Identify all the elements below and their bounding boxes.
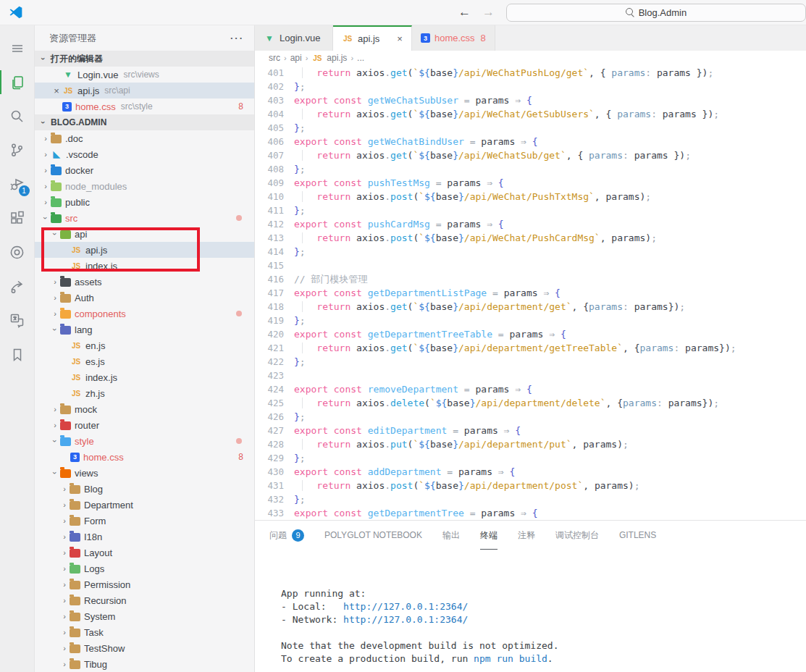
tree-item-zh-js[interactable]: JSzh.js [35,385,254,401]
menu-icon[interactable] [0,31,35,65]
tree-item-es-js[interactable]: JSes.js [35,353,254,369]
tree-item-public[interactable]: ›public [35,194,254,210]
chevron-right-icon: › [41,134,51,143]
nav-forward-button[interactable]: → [482,5,495,20]
tree-item-task[interactable]: ›Task [35,624,254,640]
breadcrumb-item[interactable]: ... [357,53,364,63]
close-icon[interactable]: × [51,85,62,96]
line-content: export const removeDepartment = params ⇒… [284,382,532,396]
panel-tab-label: 问题 [269,529,287,542]
panel-tab--[interactable]: 调试控制台 [555,521,599,550]
line-content: }; [284,314,306,327]
code-line: 432}; [255,492,806,506]
tree-item-auth[interactable]: ›Auth [35,290,254,306]
command-center-search[interactable]: Blog.Admin [506,4,806,22]
tree-item-docker[interactable]: ›docker [35,162,254,178]
tree-item-node_modules[interactable]: ›node_modules [35,178,254,194]
terminal-link[interactable]: http://127.0.0.1:2364/ [343,614,468,625]
panel-tab--[interactable]: 输出 [442,521,460,550]
tab-label: home.css [435,33,475,43]
code-line: 426}; [255,410,806,424]
tree-item-department[interactable]: ›Department [35,497,254,513]
search-text: Blog.Admin [639,7,687,18]
breadcrumb-item[interactable]: api.js [327,53,347,63]
tree-label: api.js [85,245,107,256]
breadcrumb[interactable]: src›api›JSapi.js›... [255,51,806,65]
share-icon[interactable] [0,269,35,303]
tree-item-views[interactable]: ›views [35,465,254,481]
open-editor-item[interactable]: 3home.csssrc\style8 [35,98,254,114]
source-control-icon[interactable] [0,133,35,167]
panel-tab--[interactable]: 注释 [518,521,535,550]
panel-tab--[interactable]: 终端 [480,521,498,550]
tree-item-home-css[interactable]: 3home.css8 [35,449,254,465]
run-debug-icon[interactable]: 1 [0,167,35,201]
line-number: 403 [255,93,284,107]
tree-item-lang[interactable]: ›lang [35,322,254,337]
extensions-icon[interactable] [0,201,35,235]
tree-item-index-js[interactable]: JSindex.js [35,258,254,274]
tree-item-api-js[interactable]: JSapi.js [35,242,254,258]
tree-item-recursion[interactable]: ›Recursion [35,592,254,608]
code-editor[interactable]: 401 return axios.get(`${base}/api/WeChat… [255,65,806,520]
tree-item-api[interactable]: ›api [35,226,254,242]
bookmark-icon[interactable] [0,337,35,371]
search-icon[interactable] [0,99,35,133]
tree-item-src[interactable]: ›src [35,210,254,226]
nav-back-button[interactable]: ← [458,5,471,20]
chevron-right-icon: › [59,580,70,589]
panel-tab-gitlens[interactable]: GITLENS [619,521,656,550]
tree-item-testshow[interactable]: ›TestShow [35,640,254,656]
tree-item-router[interactable]: ›router [35,417,254,433]
translate-icon[interactable] [0,303,35,337]
tree-item-layout[interactable]: ›Layout [35,545,254,560]
tree-item-blog[interactable]: ›Blog [35,481,254,497]
tree-item-i18n[interactable]: ›I18n [35,529,254,545]
tree-item-logs[interactable]: ›Logs [35,560,254,576]
tree-item-mock[interactable]: ›mock [35,401,254,417]
tree-item-components[interactable]: ›components [35,306,254,322]
tree-item-assets[interactable]: ›assets [35,274,254,290]
tree-item-en-js[interactable]: JSen.js [35,337,254,353]
tab-api-js[interactable]: JSapi.js× [333,25,412,51]
terminal-output[interactable]: App running at:- Local: http://127.0.0.1… [255,550,806,672]
code-line: 429}; [255,451,806,465]
terminal-link[interactable]: npm run build [474,653,547,664]
tree-item-form[interactable]: ›Form [35,513,254,529]
code-line: 408}; [255,162,806,176]
tree-item-permission[interactable]: ›Permission [35,576,254,592]
tree-label: index.js [85,261,117,272]
tree-item--doc[interactable]: ›.doc [35,130,254,146]
project-root-header[interactable]: › BLOG.ADMIN [35,114,254,130]
close-icon[interactable]: × [397,33,403,44]
line-number: 411 [255,203,284,217]
panel-tab-polyglot-notebook[interactable]: POLYGLOT NOTEBOOK [324,521,422,550]
tree-item-system[interactable]: ›System [35,608,254,624]
breadcrumb-item[interactable]: api [290,53,302,63]
javascript-icon: JS [70,340,82,351]
open-editor-item[interactable]: ×JSapi.jssrc\api [35,83,254,98]
line-number: 416 [255,272,284,286]
breadcrumb-item[interactable]: src [269,53,280,63]
explorer-icon[interactable] [0,65,35,99]
tree-item-index-js[interactable]: JSindex.js [35,369,254,385]
tree-item-tibug[interactable]: ›Tibug [35,656,254,672]
tab-home-css[interactable]: 3home.css8 [412,25,495,51]
tab-login-vue[interactable]: ▼Login.vue [255,25,333,51]
panel-tab--[interactable]: 问题9 [269,521,304,550]
line-content: return axios.delete(`${base}/api/departm… [284,396,719,410]
line-content: export const getDepartmentTree = params … [284,506,538,520]
sidebar-more-button[interactable]: ··· [230,33,244,43]
open-editors-header[interactable]: › 打开的编辑器 [35,51,254,67]
line-content: }; [284,80,306,93]
chevron-right-icon: › [50,277,60,286]
open-editor-item[interactable]: ▼Login.vuesrc\views [35,67,254,83]
tree-item--vscode[interactable]: ›◣.vscode [35,146,254,162]
chatgpt-icon[interactable] [0,235,35,269]
terminal-link[interactable]: http://127.0.0.1:2364/ [343,601,468,612]
search-icon [626,8,634,17]
terminal-line [281,626,806,639]
tree-item-style[interactable]: ›style [35,433,254,449]
panel-tab-label: 注释 [518,529,535,542]
line-content: return axios.post(`${base}/api/WeChat/Pu… [284,231,657,245]
